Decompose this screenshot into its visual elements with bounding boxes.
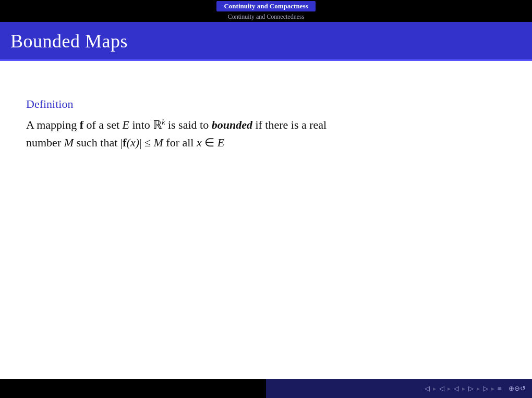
def-mid4: if there is a real	[252, 118, 327, 131]
def-E: E	[123, 118, 129, 131]
def-f-bold: f	[80, 118, 83, 131]
def-E2: E	[217, 136, 224, 149]
def-such: such that |	[74, 136, 123, 149]
bottom-left-black	[0, 379, 266, 398]
top-navigation-bar: Continuity and Compactness Continuity an…	[0, 0, 532, 22]
tab-continuity-compactness[interactable]: Continuity and Compactness	[216, 1, 315, 11]
def-pre2: number	[26, 136, 64, 149]
nav-tabs: Continuity and Compactness Continuity an…	[216, 1, 315, 21]
nav-arrow-left1[interactable]: ◁	[425, 384, 430, 393]
title-banner: Bounded Maps	[0, 22, 532, 59]
nav-arrow-right2[interactable]: ▷	[483, 384, 488, 393]
nav-arrow-left3[interactable]: ◁	[454, 384, 459, 393]
def-line2: number M such that |f(x)| ≤ M for all x …	[26, 136, 224, 149]
def-R: ℝk	[153, 118, 165, 131]
def-x2: x	[197, 136, 202, 149]
nav-sep3: ▸	[462, 385, 465, 393]
def-mid1: of a set	[83, 118, 123, 131]
def-mid2: into	[129, 118, 153, 131]
nav-sep5: ▸	[491, 385, 494, 393]
def-M2: M	[154, 136, 163, 149]
def-xparen: (x)	[127, 136, 139, 149]
nav-menu[interactable]: ≡	[498, 384, 501, 393]
nav-sep2: ▸	[448, 385, 451, 393]
def-in: ∈	[202, 136, 217, 149]
main-content: Definition A mapping f of a set E into ℝ…	[0, 61, 532, 162]
nav-zoom-icons: ⊕⊖↺	[509, 384, 526, 393]
bottom-right-nav: ◁ ▸ ◁ ▸ ◁ ▸ ▷ ▸ ▷ ▸ ≡ ⊕⊖↺	[266, 379, 532, 398]
definition-text: A mapping f of a set E into ℝk is said t…	[26, 116, 506, 152]
def-line1: A mapping f of a set E into ℝk is said t…	[26, 118, 327, 131]
def-mid3: is said to	[165, 118, 211, 131]
nav-arrow-right1[interactable]: ▷	[468, 384, 474, 393]
def-bounded: bounded	[212, 118, 252, 131]
def-pre1: A mapping	[26, 118, 80, 131]
tab-continuity-connectedness[interactable]: Continuity and Connectedness	[221, 13, 312, 21]
def-f2: f	[123, 136, 126, 149]
bottom-bar: ◁ ▸ ◁ ▸ ◁ ▸ ▷ ▸ ▷ ▸ ≡ ⊕⊖↺	[0, 379, 532, 398]
def-M1: M	[64, 136, 74, 149]
definition-block: Definition A mapping f of a set E into ℝ…	[26, 97, 506, 152]
nav-arrow-left2[interactable]: ◁	[439, 384, 444, 393]
def-leq: | ≤	[139, 136, 153, 149]
nav-sep1: ▸	[433, 385, 436, 393]
def-forall: for all	[163, 136, 197, 149]
definition-label: Definition	[26, 97, 506, 111]
nav-sep4: ▸	[477, 385, 480, 393]
slide-title: Bounded Maps	[10, 31, 128, 52]
